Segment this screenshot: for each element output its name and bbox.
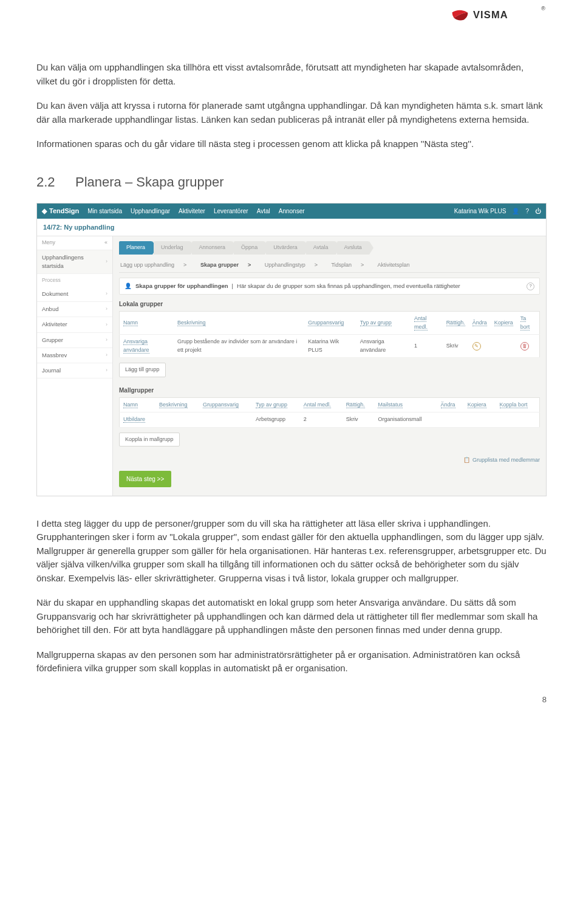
section-heading: 2.2 Planera – Skapa grupper: [36, 172, 547, 192]
local-groups-title: Lokala grupper: [119, 299, 540, 309]
sub-nav-item[interactable]: Lägg upp upphandling >: [120, 262, 193, 268]
sidebar-item-massbrev[interactable]: Massbrev›: [37, 348, 112, 363]
help-button[interactable]: ?: [527, 282, 534, 290]
info-title: Skapa grupper för upphandlingen: [135, 282, 228, 290]
cell-ratt: Skriv: [443, 335, 469, 358]
help-icon[interactable]: ?: [525, 207, 529, 216]
nav-item[interactable]: Upphandlingar: [131, 207, 170, 216]
delete-icon[interactable]: 🗑: [520, 342, 529, 351]
chevron-right-icon: ›: [106, 321, 107, 329]
tab-avtala[interactable]: Avtala: [306, 241, 336, 255]
chevron-right-icon: ›: [106, 336, 107, 344]
person-icon: 👤: [124, 282, 132, 290]
edit-icon[interactable]: ✎: [472, 342, 481, 351]
body-paragraph: Mallgrupperna skapas av den personen som…: [36, 648, 547, 676]
cell-delete[interactable]: 🗑: [517, 335, 540, 358]
add-mall-group-button[interactable]: Koppla in mallgrupp: [119, 433, 180, 447]
chevron-right-icon: ›: [106, 258, 107, 266]
nav-item[interactable]: Avtal: [257, 207, 270, 216]
table-row: Utbildare Arbetsgrupp 2 Skriv Organisati…: [120, 412, 540, 428]
sub-nav-item[interactable]: Aktivitetsplan: [377, 262, 409, 268]
sidebar: Meny « Upphandlingens startsida › Proces…: [37, 236, 113, 496]
tab-avsluta[interactable]: Avsluta: [337, 241, 369, 255]
page-title: 14/72: Ny upphandling: [37, 219, 546, 237]
user-name[interactable]: Katarina Wik PLUS: [454, 207, 506, 216]
sidebar-item-grupper[interactable]: Grupper›: [37, 333, 112, 348]
col-mailstatus[interactable]: Mailstatus: [374, 397, 437, 412]
cell-beskr: [155, 412, 199, 428]
top-nav: Min startsida Upphandlingar Aktiviteter …: [87, 207, 304, 216]
section-number: 2.2: [36, 172, 61, 192]
nav-item[interactable]: Annonser: [279, 207, 305, 216]
chevron-right-icon: ›: [106, 366, 107, 375]
body-paragraph: När du skapar en upphandling skapas det …: [36, 596, 547, 637]
col-tabort: Ta bort: [517, 312, 540, 335]
tab-planera[interactable]: Planera: [119, 241, 152, 255]
user-icon[interactable]: 👤: [512, 207, 519, 216]
col-gruppansvarig[interactable]: Gruppansvarig: [304, 312, 356, 335]
visma-logo-mark: [451, 9, 469, 22]
chevron-right-icon: ›: [106, 305, 107, 313]
sub-nav: Lägg upp upphandling > Skapa grupper > U…: [119, 258, 540, 273]
cell-mail: Organisationsmall: [374, 412, 437, 428]
cell-namn[interactable]: Ansvariga användare: [120, 335, 174, 358]
next-step-button[interactable]: Nästa steg >>: [119, 471, 171, 487]
chevron-right-icon: ›: [106, 290, 107, 298]
local-groups-table: Namn Beskrivning Gruppansvarig Typ av gr…: [119, 311, 540, 358]
info-bar: 👤 Skapa grupper för upphandlingen | Här …: [119, 278, 540, 295]
sidebar-item-label: Upphandlingens startsida: [42, 253, 106, 271]
cell-edit[interactable]: ✎: [469, 335, 491, 358]
visma-logo: VISMA ®: [451, 9, 548, 22]
add-local-group-button[interactable]: Lägg till grupp: [119, 363, 166, 377]
sub-nav-item[interactable]: Upphandlingstyp >: [265, 262, 324, 268]
sidebar-item-start[interactable]: Upphandlingens startsida ›: [37, 250, 112, 275]
sidebar-item-dokument[interactable]: Dokument›: [37, 287, 112, 302]
visma-logo-text: VISMA: [473, 9, 540, 22]
sidebar-menu-label: Meny: [42, 239, 55, 247]
tab-oppna[interactable]: Öppna: [234, 241, 265, 255]
col-typ[interactable]: Typ av grupp: [252, 397, 300, 412]
sidebar-item-journal[interactable]: Journal›: [37, 363, 112, 378]
group-list-link[interactable]: 📋 Grupplista med medlemmar: [119, 456, 540, 465]
power-icon[interactable]: ⏻: [535, 207, 541, 216]
sidebar-item-anbud[interactable]: Anbud›: [37, 302, 112, 317]
flag-icon: ◆: [42, 206, 47, 216]
chevron-right-icon: ›: [106, 351, 107, 360]
col-rattigh[interactable]: Rättigh.: [443, 312, 469, 335]
body-paragraph: I detta steg lägger du upp de personer/g…: [36, 517, 547, 586]
embedded-screenshot: ◆ TendSign Min startsida Upphandlingar A…: [36, 203, 547, 496]
collapse-icon[interactable]: «: [104, 239, 107, 247]
sub-nav-item[interactable]: Tidsplan >: [331, 262, 370, 268]
tab-utvardera[interactable]: Utvärdera: [266, 241, 305, 255]
sidebar-item-aktiviteter[interactable]: Aktiviteter›: [37, 317, 112, 332]
col-namn[interactable]: Namn: [120, 312, 174, 335]
cell-ansv: Katarina Wik PLUS: [304, 335, 356, 358]
nav-item[interactable]: Leverantörer: [214, 207, 248, 216]
nav-item[interactable]: Min startsida: [87, 207, 122, 216]
col-typ[interactable]: Typ av grupp: [356, 312, 411, 335]
app-brand: ◆ TendSign: [42, 206, 79, 216]
body-paragraph: Informationen sparas och du går vidare t…: [36, 137, 547, 151]
registered-icon: ®: [541, 5, 545, 13]
nav-item[interactable]: Aktiviteter: [179, 207, 205, 216]
cell-antal: 2: [300, 412, 343, 428]
col-namn[interactable]: Namn: [120, 397, 156, 412]
sidebar-item-label: Grupper: [42, 336, 63, 344]
col-gruppansvarig[interactable]: Gruppansvarig: [199, 397, 252, 412]
col-beskrivning[interactable]: Beskrivning: [174, 312, 304, 335]
cell-ratt: Skriv: [343, 412, 375, 428]
col-rattigh[interactable]: Rättigh.: [343, 397, 375, 412]
col-kopiera: Kopiera: [491, 312, 517, 335]
col-antal[interactable]: Antal medl.: [300, 397, 343, 412]
col-kopplabort: Koppla bort: [496, 397, 540, 412]
tab-annonsera[interactable]: Annonsera: [192, 241, 233, 255]
info-text: Här skapar du de grupper som ska finnas …: [237, 282, 460, 290]
cell-antal: 1: [411, 335, 443, 358]
col-beskrivning[interactable]: Beskrivning: [155, 397, 199, 412]
tab-underlag[interactable]: Underlag: [154, 241, 191, 255]
mall-groups-table: Namn Beskrivning Gruppansvarig Typ av gr…: [119, 397, 540, 428]
list-icon: 📋: [463, 456, 470, 465]
col-antal[interactable]: Antal medl.: [411, 312, 443, 335]
sub-nav-item[interactable]: Skapa grupper >: [200, 262, 257, 268]
cell-namn[interactable]: Utbildare: [120, 412, 156, 428]
